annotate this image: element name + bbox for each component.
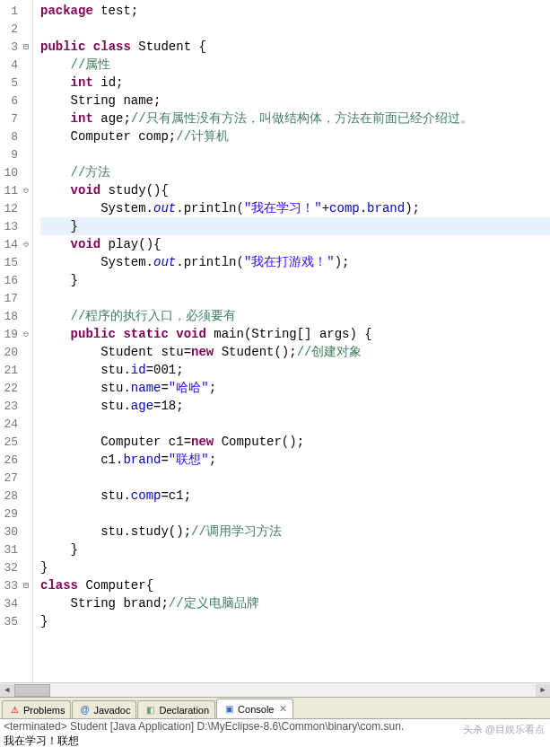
tab-label: Javadoc bbox=[93, 705, 130, 716]
line-number: 29 bbox=[0, 507, 20, 521]
line-number: 16 bbox=[0, 274, 20, 287]
line-number: 12 bbox=[0, 202, 20, 215]
code-line[interactable] bbox=[40, 415, 550, 433]
problems-icon: ⚠ bbox=[8, 704, 21, 716]
line-number: 14 bbox=[0, 238, 20, 251]
code-line[interactable]: } bbox=[40, 541, 550, 558]
code-line[interactable] bbox=[40, 469, 550, 487]
code-line[interactable]: c1.brand="联想"; bbox=[40, 451, 550, 469]
horizontal-scrollbar[interactable]: ◄ ► bbox=[0, 682, 550, 697]
line-number: 8 bbox=[0, 130, 20, 144]
line-number: 26 bbox=[0, 453, 20, 467]
tab-label: Console bbox=[238, 704, 274, 715]
console-icon: ▣ bbox=[223, 703, 235, 716]
line-number: 2 bbox=[0, 22, 20, 36]
fold-toggle-icon[interactable] bbox=[20, 329, 32, 339]
code-line[interactable] bbox=[40, 145, 550, 163]
line-number: 6 bbox=[0, 94, 20, 108]
javadoc-icon: @ bbox=[78, 704, 91, 716]
code-line[interactable] bbox=[40, 20, 550, 38]
line-number: 15 bbox=[0, 256, 20, 269]
line-number: 17 bbox=[0, 292, 20, 305]
code-line[interactable]: stu.id=001; bbox=[40, 361, 550, 379]
code-line[interactable]: stu.age=18; bbox=[40, 397, 550, 415]
line-number: 4 bbox=[0, 58, 20, 72]
code-line[interactable]: int age;//只有属性没有方法，叫做结构体，方法在前面已经介绍过。 bbox=[40, 110, 550, 127]
view-tabs: ⚠Problems@Javadoc◧Declaration▣Console✕ bbox=[0, 697, 550, 718]
line-number: 7 bbox=[0, 112, 20, 126]
tab-label: Declaration bbox=[159, 705, 209, 716]
code-line[interactable]: } bbox=[40, 217, 550, 235]
line-number: 32 bbox=[0, 561, 20, 575]
code-line[interactable]: } bbox=[40, 612, 550, 630]
line-number: 24 bbox=[0, 418, 20, 431]
scroll-left-button[interactable]: ◄ bbox=[0, 684, 14, 697]
code-line[interactable]: } bbox=[40, 271, 550, 289]
code-line[interactable]: stu.name="哈哈"; bbox=[40, 379, 550, 397]
code-line[interactable]: } bbox=[40, 558, 550, 576]
close-icon[interactable]: ✕ bbox=[279, 703, 287, 715]
code-line[interactable]: System.out.println("我在学习！"+comp.brand); bbox=[40, 199, 550, 217]
scroll-right-button[interactable]: ► bbox=[536, 684, 550, 697]
code-editor[interactable]: 1234567891011121314151617181920212223242… bbox=[0, 0, 550, 682]
gutter: 1234567891011121314151617181920212223242… bbox=[0, 0, 33, 682]
code-line[interactable]: Computer comp;//计算机 bbox=[40, 127, 550, 145]
watermark: 头杀 @目娱乐看点 bbox=[463, 723, 545, 736]
line-number: 18 bbox=[0, 310, 20, 323]
tab-javadoc[interactable]: @Javadoc bbox=[72, 700, 136, 718]
line-number: 19 bbox=[0, 328, 20, 341]
scroll-thumb[interactable] bbox=[14, 684, 50, 697]
fold-toggle-icon[interactable] bbox=[20, 185, 32, 196]
tab-problems[interactable]: ⚠Problems bbox=[2, 700, 71, 718]
code-line[interactable]: Student stu=new Student();//创建对象 bbox=[40, 343, 550, 361]
console-panel: <terminated> Student [Java Application] … bbox=[0, 718, 550, 754]
scroll-track[interactable] bbox=[14, 684, 536, 697]
line-number: 20 bbox=[0, 346, 20, 359]
line-number: 35 bbox=[0, 615, 20, 629]
code-area[interactable]: package test;public class Student { //属性… bbox=[33, 0, 550, 682]
line-number: 10 bbox=[0, 166, 20, 180]
fold-toggle-icon[interactable] bbox=[20, 580, 32, 591]
code-line[interactable]: stu.study();//调用学习方法 bbox=[40, 523, 550, 541]
line-number: 28 bbox=[0, 489, 20, 503]
code-line[interactable]: System.out.println("我在打游戏！"); bbox=[40, 253, 550, 271]
code-line[interactable]: String brand;//定义电脑品牌 bbox=[40, 594, 550, 612]
code-line[interactable]: Computer c1=new Computer(); bbox=[40, 433, 550, 451]
fold-toggle-icon[interactable] bbox=[20, 239, 32, 250]
code-line[interactable]: //程序的执行入口，必须要有 bbox=[40, 307, 550, 325]
line-number: 11 bbox=[0, 184, 20, 198]
line-number: 9 bbox=[0, 148, 20, 162]
code-line[interactable]: void play(){ bbox=[40, 235, 550, 253]
code-line[interactable] bbox=[40, 505, 550, 523]
line-number: 13 bbox=[0, 220, 20, 233]
line-number: 33 bbox=[0, 579, 20, 593]
line-number: 31 bbox=[0, 543, 20, 557]
line-number: 1 bbox=[0, 4, 20, 18]
line-number: 27 bbox=[0, 471, 20, 485]
line-number: 21 bbox=[0, 364, 20, 377]
code-line[interactable]: class Computer{ bbox=[40, 576, 550, 594]
code-line[interactable] bbox=[40, 289, 550, 307]
code-line[interactable]: void study(){ bbox=[40, 181, 550, 199]
line-number: 30 bbox=[0, 525, 20, 539]
code-line[interactable]: public static void main(String[] args) { bbox=[40, 325, 550, 343]
tab-console[interactable]: ▣Console✕ bbox=[216, 699, 293, 718]
line-number: 3 bbox=[0, 40, 20, 54]
line-number: 23 bbox=[0, 400, 20, 413]
fold-toggle-icon[interactable] bbox=[20, 41, 32, 52]
tab-declaration[interactable]: ◧Declaration bbox=[137, 700, 215, 718]
line-number: 25 bbox=[0, 435, 20, 449]
line-number: 22 bbox=[0, 382, 20, 395]
code-line[interactable]: String name; bbox=[40, 92, 550, 110]
code-line[interactable]: package test; bbox=[40, 2, 550, 20]
declaration-icon: ◧ bbox=[144, 704, 156, 716]
line-number: 5 bbox=[0, 76, 20, 90]
code-line[interactable]: //属性 bbox=[40, 56, 550, 74]
code-line[interactable]: public class Student { bbox=[40, 38, 550, 56]
tab-label: Problems bbox=[23, 705, 65, 716]
code-line[interactable]: stu.comp=c1; bbox=[40, 487, 550, 505]
line-number: 34 bbox=[0, 597, 20, 611]
code-line[interactable]: //方法 bbox=[40, 163, 550, 181]
code-line[interactable]: int id; bbox=[40, 74, 550, 92]
